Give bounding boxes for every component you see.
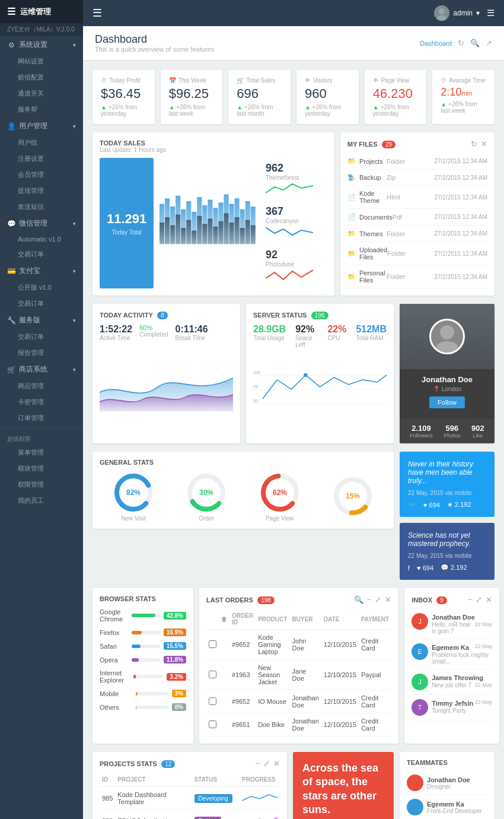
sidebar-item-permission[interactable]: 权限管理 — [0, 477, 83, 493]
sidebar-item-system-settings[interactable]: ⚙ 系统设置 ▾ — [0, 36, 83, 53]
expand-projects-icon[interactable]: ⤢ — [263, 759, 270, 768]
refresh-icon[interactable]: ↻ — [458, 39, 464, 47]
sidebar-item-user-management[interactable]: 👤 用户管理 ▾ — [0, 118, 83, 135]
page-header-actions: Dashboard ↻ 🔍 ↗ — [420, 39, 492, 47]
sidebar-item-user-group[interactable]: 用户组 — [0, 135, 83, 151]
stat-card-week: 📅 This Week $96.25 ▲ +26% from last week — [161, 70, 223, 124]
close-files-icon[interactable]: ✕ — [481, 139, 487, 148]
close-inbox-icon[interactable]: ✕ — [486, 595, 492, 604]
sidebar-item-goods[interactable]: 商品管理 — [0, 378, 83, 394]
server-col: SERVER STATUS 196 28.9GB Total Usage 92% — [246, 304, 394, 443]
sidebar-item-alipay[interactable]: 💳 支付宝 ▾ — [0, 262, 83, 280]
orders-table-header: 🗑 ORDER ID PRODUCT BUYER DATE PAYMENT — [206, 609, 391, 630]
minimize-orders-icon[interactable]: − — [367, 595, 372, 604]
th-buyer: BUYER — [290, 609, 321, 630]
facebook-icon: f — [408, 564, 410, 572]
stat-value-pageview: 46.230 — [373, 86, 419, 101]
order-checkbox-1[interactable] — [209, 640, 216, 648]
inbox-name-3: James Throwing — [432, 674, 483, 681]
breadcrumb: Dashboard — [420, 40, 452, 47]
stat-change-week: ▲ +26% from last week — [169, 104, 215, 117]
svg-text:50: 50 — [253, 399, 258, 404]
clock-icon: ⏱ — [101, 77, 107, 84]
activity-area-chart — [100, 347, 233, 418]
sidebar-item-wechat[interactable]: 💬 微信管理 ▾ — [0, 215, 83, 232]
cpu-metric: 22% CPU — [327, 324, 346, 348]
sidebar-item-website-settings[interactable]: 网站设置 — [0, 53, 83, 69]
sidebar-item-compensation[interactable]: 赔偿配置 — [0, 69, 83, 85]
sidebar-item-trade-alipay[interactable]: 交易订单 — [0, 296, 83, 312]
topbar-hamburger-icon[interactable]: ☰ — [92, 7, 102, 20]
donut-chart-4: 15% — [332, 475, 374, 517]
science-date: 22 May, 2015 via mobile — [408, 553, 486, 559]
teammate-avatar-2 — [407, 799, 423, 815]
activity-title-wrap: TODAY ACTIVITY 8 — [100, 311, 168, 319]
sidebar-item-card[interactable]: 卡密管理 — [0, 394, 83, 410]
follow-button[interactable]: Follow — [429, 396, 465, 408]
svg-rect-23 — [176, 214, 180, 244]
svg-rect-25 — [186, 220, 191, 245]
orders-header: LAST ORDERS 198 🔍 − ⤢ ✕ — [206, 595, 391, 604]
browser-stats-panel: BROWSER STATS Google Chrome 42.8% Firefo… — [92, 588, 193, 744]
file-row-personal: 📁 Personal Files Folder 27/2/2015 12:34 … — [347, 265, 487, 288]
close-projects-icon[interactable]: ✕ — [273, 759, 280, 768]
folder-icon-3: 📁 — [347, 250, 359, 258]
calendar-icon: 📅 — [169, 77, 176, 84]
teammate-name-2: Egemem Ka — [427, 801, 482, 808]
expand-icon[interactable]: ↗ — [486, 39, 492, 47]
sidebar-item-report[interactable]: 报告管理 — [0, 345, 83, 361]
sidebar-item-service[interactable]: 服务帮 — [0, 101, 83, 118]
teammates-title: TEAMMATES — [407, 759, 487, 766]
list-icon[interactable]: ☰ — [487, 8, 495, 18]
today-total-box: 11.291 Today Total — [100, 158, 154, 288]
completed-value: 60% — [139, 324, 168, 331]
teammate-name-1: Jonathan Doe — [427, 776, 470, 783]
sidebar-item-trade-service[interactable]: 交易订单 — [0, 329, 83, 345]
photos-label: Photos — [444, 433, 460, 439]
minimize-inbox-icon[interactable]: − — [468, 595, 473, 604]
sidebar-item-member[interactable]: 会员管理 — [0, 167, 83, 183]
stat-card-sales: 🛒 Total Sales 696 ▲ +26% from last month — [228, 70, 291, 124]
search-orders-icon[interactable]: 🔍 — [354, 595, 363, 604]
quote-text: Across the sea of space, the stars are o… — [302, 761, 384, 817]
inbox-msg-2: E Egemem Ka 22 May Problems look mighty … — [412, 639, 492, 669]
expand-inbox-icon[interactable]: ⤢ — [476, 595, 482, 604]
profile-name: Jonathan Doe — [406, 375, 489, 384]
sidebar-item-withdrawal[interactable]: 提现管理 — [0, 183, 83, 199]
minimize-projects-icon[interactable]: − — [255, 759, 260, 768]
sidebar-item-channel[interactable]: 通道开关 — [0, 85, 83, 101]
expand-orders-icon[interactable]: ⤢ — [375, 595, 381, 604]
svg-text:100: 100 — [253, 370, 260, 375]
sidebar-item-auto[interactable]: Automatic v1.0 — [0, 232, 83, 246]
order-product-1: Kode Gaming Laptop — [256, 630, 289, 660]
server-chart: 100 75 50 — [253, 354, 387, 425]
browser-item-mobile: Mobile 3% — [100, 690, 186, 697]
inbox-avatar-2: E — [412, 643, 428, 660]
sidebar-item-shop[interactable]: 🛒 商店系统 ▾ — [0, 361, 83, 378]
search-icon[interactable]: 🔍 — [470, 39, 480, 47]
sidebar-item-module[interactable]: 模块管理 — [0, 461, 83, 477]
order-checkbox-4[interactable] — [209, 720, 216, 728]
browser-name-others: Others — [100, 704, 132, 711]
order-row-1: #9652 Kode Gaming Laptop John Doe 12/10/… — [206, 630, 391, 660]
activity-col: TODAY ACTIVITY 8 1:52:22 Active Time 60% — [92, 304, 240, 443]
sidebar-item-public-v1[interactable]: 公开版 v1.0 — [0, 280, 83, 296]
close-orders-icon[interactable]: ✕ — [385, 595, 391, 604]
donut-pageview: 62% Page View — [259, 472, 301, 522]
sidebar-item-service-version[interactable]: 🔧 服务版 ▾ — [0, 312, 83, 329]
sidebar-item-register[interactable]: 注册设置 — [0, 151, 83, 167]
sidebar-item-order[interactable]: 订单管理 — [0, 410, 83, 426]
sidebar-item-trade-wechat[interactable]: 交易订单 — [0, 246, 83, 262]
admin-menu[interactable]: admin ▾ — [434, 5, 480, 21]
space-left-value: 92% — [295, 324, 318, 335]
sidebar-item-menu[interactable]: 菜单管理 — [0, 445, 83, 461]
order-checkbox-2[interactable] — [209, 671, 216, 678]
sidebar-item-staff[interactable]: 我的员工 — [0, 493, 83, 509]
refresh-files-icon[interactable]: ↻ — [471, 139, 477, 148]
sidebar-item-sms[interactable]: 发送短信 — [0, 199, 83, 215]
hamburger-icon[interactable]: ☰ — [7, 6, 15, 17]
order-checkbox-3[interactable] — [209, 697, 216, 705]
opera-pct: 11.8% — [164, 656, 186, 664]
ie-bar — [133, 675, 136, 678]
proj-status-1: Developing — [192, 787, 240, 810]
